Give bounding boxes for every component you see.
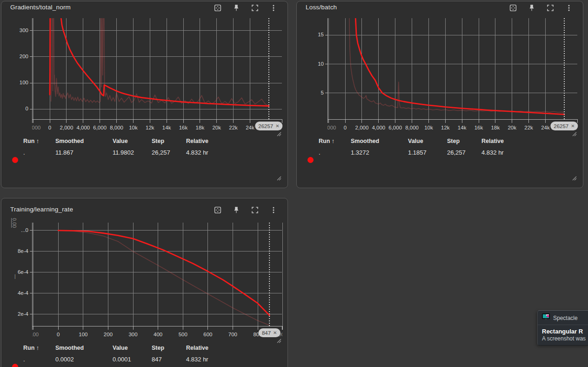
notification-header: Spectacle [538, 311, 588, 325]
x-tick-label: 18k [196, 125, 205, 130]
x-tick-label: 12k [146, 125, 154, 130]
y-tick-label: 300 [20, 27, 28, 33]
step-pill[interactable]: 26257 ✕ [550, 122, 578, 130]
x-tick-label: 24k [541, 125, 550, 130]
x-tick-label: 600 [203, 332, 212, 337]
notification-app-name: Spectacle [553, 315, 578, 321]
x-tick-label: 0 [48, 125, 51, 130]
x-tick-label: 400 [154, 332, 162, 337]
x-tick-label: 14k [162, 125, 171, 130]
pill-close-icon[interactable]: ✕ [571, 124, 575, 129]
table-header-relative[interactable]: Relative [481, 138, 504, 144]
chart-card: Training/learning_rate [1, 198, 288, 367]
x-tick-label: 6,000 [93, 125, 107, 130]
plot-area[interactable] [327, 18, 577, 119]
resize-grip-axis[interactable] [276, 338, 281, 343]
table-header-step[interactable]: Step [152, 345, 164, 351]
pin-icon[interactable] [227, 204, 246, 216]
table-header-relative[interactable]: Relative [186, 345, 208, 351]
fullscreen-icon[interactable] [246, 204, 264, 216]
x-tick-label: 2,000 [355, 125, 369, 130]
table-header-value[interactable]: Value [113, 345, 128, 351]
x-axis-labels: -2,00002,0004,0006,0008,00010k12k14k16k1… [327, 125, 578, 132]
x-tick-label: 10k [424, 125, 433, 130]
fit-domain-icon[interactable] [208, 2, 227, 14]
x-tick-label: 22k [229, 125, 238, 130]
x-tick-label: 200 [104, 332, 113, 337]
step-pill-label: 26257 [554, 123, 568, 129]
x-tick-label: 22k [524, 125, 533, 130]
x-tick-label: 16k [474, 125, 483, 130]
run-color-dot [12, 364, 18, 367]
resize-grip-card[interactable] [572, 176, 577, 181]
table-header-smoothed[interactable]: Smoothed [351, 138, 379, 144]
pill-close-icon[interactable]: ✕ [273, 331, 277, 335]
pin-icon[interactable] [522, 2, 541, 14]
x-tick-label: 4,000 [372, 125, 385, 130]
table-header-value[interactable]: Value [408, 138, 423, 144]
y-tick-label: 8e-4 [18, 248, 28, 254]
fit-domain-icon[interactable] [208, 204, 227, 216]
pill-close-icon[interactable]: ✕ [275, 124, 279, 129]
y-tick-label: 10 [318, 61, 324, 67]
table-header-step[interactable]: Step [447, 138, 460, 144]
x-tick-label: 10k [129, 125, 138, 130]
y-axis-labels: 2e-44e-46e-48e-4...0 [1, 223, 28, 326]
table-cell-relative: 4.832 hr [481, 149, 504, 156]
resize-grip-axis[interactable] [276, 131, 281, 136]
table-cell-step: 26,257 [447, 149, 466, 156]
pin-icon[interactable] [227, 2, 246, 14]
y-tick-label: 4e-4 [18, 290, 28, 296]
y-tick-label: 2e-4 [18, 311, 28, 317]
table-cell-smoothed: 0.0002 [55, 356, 74, 363]
resize-grip-card[interactable] [276, 176, 281, 181]
resize-grip-axis[interactable] [572, 131, 577, 136]
table-cell-value: 11.9802 [113, 149, 134, 156]
chart-title: Gradients/total_norm [10, 4, 71, 11]
table-header-value[interactable]: Value [113, 138, 128, 144]
y-tick-label: 200 [20, 54, 28, 59]
x-axis-labels: -1000100200300400500600700800900 [32, 332, 282, 339]
table-header-step[interactable]: Step [152, 138, 164, 144]
notification-popup[interactable]: Spectacle Rectangular R A screenshot was [537, 310, 588, 346]
x-tick-label: 20k [212, 125, 221, 130]
more-options-icon[interactable] [264, 204, 283, 216]
more-options-icon[interactable] [560, 2, 578, 14]
more-options-icon[interactable] [264, 2, 283, 14]
table-cell-step: 26,257 [152, 149, 170, 156]
plot-area[interactable] [32, 18, 282, 119]
plot-area[interactable] [32, 223, 282, 326]
table-header-run[interactable]: Run ↑ [319, 138, 334, 144]
table-cell-run: . [319, 149, 321, 156]
table-cell-value: 0.0001 [113, 356, 131, 363]
chart-toolbar [208, 2, 283, 14]
chart-toolbar [208, 204, 283, 216]
x-tick-label: 0 [57, 332, 60, 337]
run-color-dot [12, 157, 18, 163]
fullscreen-icon[interactable] [246, 2, 264, 14]
table-cell-smoothed: 1.3272 [351, 149, 369, 156]
y-tick-label: 6e-4 [18, 269, 28, 275]
step-pill[interactable]: 847 ✕ [259, 328, 281, 337]
x-tick-label: 14k [458, 125, 467, 130]
table-header-smoothed[interactable]: Smoothed [55, 138, 84, 144]
table-header-relative[interactable]: Relative [186, 138, 208, 144]
run-color-dot [307, 157, 314, 163]
fit-domain-icon[interactable] [504, 2, 522, 14]
x-tick-label: 0 [344, 125, 347, 130]
chart-title: Training/learning_rate [10, 206, 73, 213]
table-cell-smoothed: 11.867 [55, 149, 74, 156]
table-cell-run: . [23, 356, 25, 363]
table-cell-value: 1.1857 [408, 149, 427, 156]
x-tick-label: 18k [491, 125, 500, 130]
chart-card: Loss/batch [296, 1, 583, 188]
table-header-smoothed[interactable]: Smoothed [55, 345, 84, 351]
x-tick-label: 8,000 [405, 125, 419, 130]
x-tick-label: 2,000 [60, 125, 74, 130]
step-pill[interactable]: 26257 ✕ [255, 122, 282, 130]
desktop: { "page": {"background": "#383838", "car… [0, 0, 588, 367]
table-cell-run: . [23, 149, 25, 156]
table-header-run[interactable]: Run ↑ [23, 138, 39, 144]
table-header-run[interactable]: Run ↑ [23, 345, 39, 351]
fullscreen-icon[interactable] [541, 2, 560, 14]
